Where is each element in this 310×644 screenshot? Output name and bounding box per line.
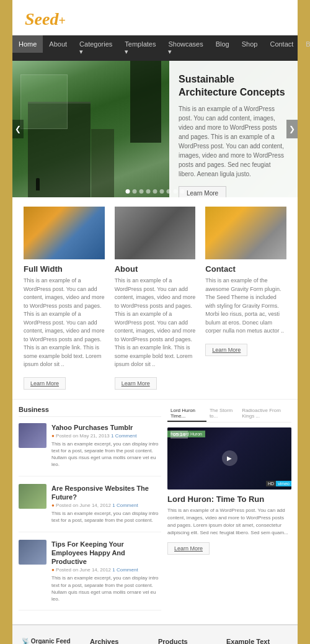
hero-slider: Sustainable Architecture Concepts This i… [12, 61, 298, 197]
hero-next-arrow[interactable]: ❯ [286, 120, 298, 138]
hero-dot-4[interactable] [146, 189, 151, 194]
col-about-text: This is an example of a WordPress post. … [115, 277, 196, 369]
video-tab-1[interactable]: Lord Huron Time... [167, 406, 206, 422]
main-nav: Home About Categories ▾ Templates ▾ Show… [12, 35, 298, 61]
hero-prev-arrow[interactable]: ❮ [12, 120, 24, 138]
blog-post-2-excerpt: This is an example excerpt, you can disp… [51, 510, 161, 524]
video-column: Lord Huron Time... The Storm to... Radio… [167, 406, 291, 619]
hero-description: This is an example of a WordPress post. … [179, 104, 288, 179]
header: Seed+ [12, 0, 298, 35]
video-duration: 05:24 [170, 431, 188, 439]
footer-products-title: Products [158, 638, 220, 644]
blog-post-3-title[interactable]: Tips For Keeping Your Employees Happy An… [51, 540, 161, 566]
nav-item-shop[interactable]: Shop [236, 35, 264, 61]
content-section: Business Yahoo Purchases Tumblr ● Posted… [12, 399, 298, 625]
blog-post-3-meta: ● Posted on June 14, 2012 1 Comment [51, 567, 161, 573]
three-columns: Full Width This is an example of a WordP… [12, 197, 298, 399]
blog-post-3-content: Tips For Keeping Your Employees Happy An… [51, 540, 161, 603]
blog-column: Business Yahoo Purchases Tumblr ● Posted… [19, 406, 161, 619]
blog-post-1-title[interactable]: Yahoo Purchases Tumblr [51, 423, 161, 432]
blog-post-2-title[interactable]: Are Responsive Websites The Future? [51, 484, 161, 502]
nav-item-buy[interactable]: Buy [299, 35, 310, 61]
blog-post-2: Are Responsive Websites The Future? ● Po… [19, 484, 161, 532]
video-thumbnail[interactable]: ▶ from Lord Huron 05:24 HD vimeo [167, 427, 291, 490]
hero-dot-3[interactable] [140, 189, 144, 194]
col-contact-title: Contact [205, 264, 286, 274]
blog-post-2-comment[interactable]: 1 Comment [112, 503, 138, 508]
video-tabs: Lord Huron Time... The Storm to... Radio… [167, 406, 291, 423]
hero-dot-1[interactable] [126, 189, 130, 194]
nav-item-showcases[interactable]: Showcases ▾ [162, 35, 209, 61]
hero-building-bg [12, 61, 169, 197]
nav-item-categories[interactable]: Categories ▾ [73, 35, 118, 61]
hero-dot-2[interactable] [133, 189, 137, 194]
footer-products-col: Products Mumford & Sons Poster Design $1… [158, 638, 220, 644]
video-tab-2[interactable]: The Storm to... [206, 406, 239, 422]
footer: 📡 Organic Feed The Latest Showcase Theme… [12, 624, 298, 644]
blog-post-2-thumbnail [19, 484, 46, 509]
footer-text-widget-title: Example Text Widget [226, 638, 288, 644]
footer-text-widget-col: Example Text Widget Maecenas faucibus mo… [226, 638, 288, 644]
blog-post-2-content: Are Responsive Websites The Future? ● Po… [51, 484, 161, 524]
blog-post-1-content: Yahoo Purchases Tumblr ● Posted on May 2… [51, 423, 161, 468]
hero-dot-5[interactable] [153, 189, 157, 194]
blog-post-2-meta: ● Posted on June 14, 2012 1 Comment [51, 503, 161, 508]
blog-section-title: Business [19, 406, 161, 417]
hero-dots [126, 189, 185, 194]
blog-post-1-meta: ● Posted on May 21, 2013 1 Comment [51, 433, 161, 439]
col-contact-image [205, 207, 286, 259]
col-contact-button[interactable]: Learn More [205, 344, 247, 356]
hero-learn-more-button[interactable]: Learn More [179, 186, 226, 197]
orange-dot-3-icon: ● [51, 567, 55, 573]
col-about-image [115, 207, 196, 259]
blog-post-1-excerpt: This is an example excerpt, you can disp… [51, 441, 161, 468]
hero-dot-8[interactable] [174, 189, 178, 194]
col-contact: Contact This is an example of the awesom… [200, 207, 291, 390]
hero-overlay: Sustainable Architecture Concepts This i… [169, 61, 298, 197]
blog-post-1-comment[interactable]: 1 Comment [111, 433, 136, 439]
blog-post-3: Tips For Keeping Your Employees Happy An… [19, 540, 161, 611]
footer-feed-col: 📡 Organic Feed The Latest Showcase Theme… [22, 638, 84, 644]
blog-post-1: Yahoo Purchases Tumblr ● Posted on May 2… [19, 423, 161, 476]
video-learn-more-button[interactable]: Learn More [167, 542, 210, 555]
hero-dot-6[interactable] [160, 189, 164, 194]
col-about-title: About [115, 264, 196, 274]
col-full-width: Full Width This is an example of a WordP… [19, 207, 110, 390]
blog-post-3-excerpt: This is an example excerpt, you can disp… [51, 575, 161, 602]
vimeo-badge: vimeo [276, 481, 291, 486]
footer-archives-col: Archives May 2013 June 2012 August 2010 … [90, 638, 152, 644]
video-tab-3[interactable]: Radioactive From Kings ... [239, 406, 291, 422]
footer-columns: 📡 Organic Feed The Latest Showcase Theme… [22, 638, 288, 644]
nav-item-contact[interactable]: Contact [264, 35, 299, 61]
blog-post-3-comment[interactable]: 1 Comment [112, 567, 138, 573]
video-title: Lord Huron: Time To Run [167, 494, 291, 504]
col-full-width-button[interactable]: Learn More [24, 377, 66, 390]
orange-dot-2-icon: ● [51, 503, 55, 508]
col-about: About This is an example of a WordPress … [110, 207, 201, 390]
hero-image: Sustainable Architecture Concepts This i… [12, 61, 298, 197]
orange-dot-icon: ● [51, 433, 55, 439]
logo-text: Seed [25, 9, 58, 29]
video-description: This is an example of a WordPress post. … [167, 507, 291, 537]
col-contact-text: This is an example of the awesome Gravit… [205, 277, 286, 336]
footer-archives-title: Archives [90, 638, 152, 644]
nav-item-home[interactable]: Home [12, 35, 43, 61]
hero-dot-7[interactable] [167, 189, 171, 194]
rss-icon: 📡 [22, 638, 29, 644]
col-full-width-text: This is an example of a WordPress post. … [24, 277, 105, 369]
col-full-width-title: Full Width [24, 264, 105, 274]
video-hd-badge: HD [266, 481, 276, 486]
col-full-width-image [24, 207, 105, 259]
footer-feed-title: 📡 Organic Feed [22, 638, 84, 644]
nav-item-blog[interactable]: Blog [210, 35, 236, 61]
blog-post-1-thumbnail [19, 423, 46, 448]
logo[interactable]: Seed+ [25, 9, 285, 29]
hero-dot-9[interactable] [180, 189, 185, 194]
hero-title: Sustainable Architecture Concepts [179, 73, 288, 99]
nav-item-about[interactable]: About [43, 35, 73, 61]
logo-symbol: + [58, 14, 65, 27]
nav-item-templates[interactable]: Templates ▾ [118, 35, 162, 61]
blog-post-3-thumbnail [19, 540, 46, 565]
col-about-button[interactable]: Learn More [115, 377, 157, 390]
